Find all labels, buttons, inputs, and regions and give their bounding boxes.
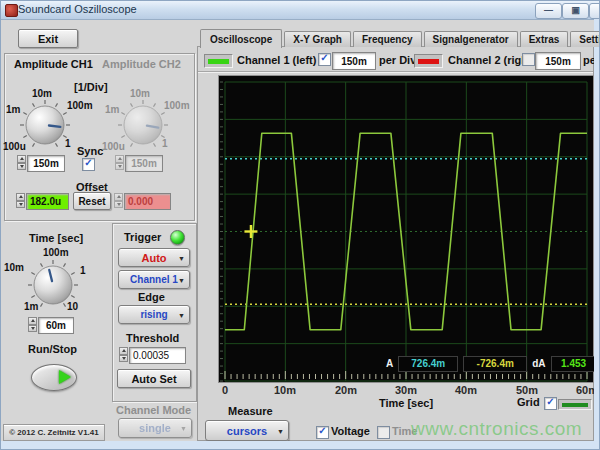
cursor-a-label: A (386, 358, 393, 369)
channel-mode-dropdown[interactable]: single ▼ (118, 418, 192, 438)
channel-mode-label: Channel Mode (116, 404, 191, 416)
time-spinner[interactable] (28, 317, 37, 332)
amplitude-ch2-knob[interactable] (115, 97, 171, 153)
watermark: www.cntronics.com (411, 418, 582, 440)
spinner-down-icon[interactable] (28, 325, 37, 333)
chevron-down-icon: ▼ (178, 254, 185, 261)
app-window: Soundcard Oszilloscope — ▣ ✕ Exit Amplit… (0, 0, 600, 450)
tab-signalgenerator[interactable]: Signalgenerator (424, 31, 518, 47)
trigger-title: Trigger (124, 231, 161, 243)
measure-mode-value: cursors (227, 425, 267, 437)
window-title: Soundcard Oszilloscope (18, 3, 137, 15)
check-icon: ✓ (318, 425, 326, 436)
exit-button[interactable]: Exit (18, 29, 78, 48)
ch2-offset-value[interactable]: 0.000 (124, 193, 171, 210)
tab-xy-graph[interactable]: X-Y Graph (284, 31, 351, 47)
x-tick-20m: 20m (335, 384, 357, 396)
x-tick-30m: 30m (395, 384, 417, 396)
spinner-down-icon[interactable] (16, 201, 25, 209)
measure-mode-dropdown[interactable]: cursors ▼ (205, 420, 289, 441)
check-icon: ✓ (546, 396, 554, 407)
trigger-mode-dropdown[interactable]: Auto ▼ (118, 248, 190, 267)
channel2-scale-value[interactable]: 150m (535, 52, 581, 70)
tab-oscilloscope[interactable]: Oscilloscope (200, 29, 282, 48)
spinner-down-icon[interactable] (115, 163, 124, 171)
voltage-checkbox[interactable]: ✓ (316, 426, 329, 439)
amplitude-ch2-title: Amplitude CH2 (102, 58, 181, 70)
spinner-down-icon[interactable] (114, 201, 123, 209)
trigger-source-dropdown[interactable]: Channel 1 ▼ (118, 270, 190, 289)
tab-frequency[interactable]: Frequency (353, 31, 422, 47)
channel1-checkbox[interactable]: ✓ (318, 53, 331, 66)
per-div-label-1: per Div (379, 54, 416, 66)
spinner-up-icon[interactable] (115, 155, 124, 163)
time-title: Time [sec] (29, 232, 83, 244)
tab-settings[interactable]: Settings (570, 31, 600, 47)
ch2-amplitude-value[interactable]: 150m (125, 155, 163, 172)
grid-color-swatch (558, 399, 592, 410)
play-icon (59, 370, 71, 384)
chevron-down-icon: ▼ (180, 425, 187, 432)
auto-set-button[interactable]: Auto Set (117, 369, 191, 388)
ch1-offset-value[interactable]: 182.0u (26, 193, 69, 210)
ch1-amplitude-value[interactable]: 150m (27, 155, 65, 172)
amplitude-ch1-title: Amplitude CH1 (14, 58, 93, 70)
tabstrip: Oscilloscope X-Y Graph Frequency Signalg… (200, 27, 600, 47)
voltage-label: Voltage (331, 425, 370, 437)
threshold-spinner[interactable] (119, 347, 128, 362)
time-measure-checkbox[interactable] (377, 426, 390, 439)
delta-value: 1.453 (551, 356, 597, 372)
offset-reset-button[interactable]: Reset (73, 192, 111, 210)
trigger-edge-dropdown[interactable]: rising ▼ (118, 305, 190, 324)
cursor-a-value: 726.4m (398, 356, 458, 372)
scope-plot (219, 76, 593, 382)
grid-label: Grid (517, 396, 540, 408)
ch2-offset-spinner[interactable] (114, 193, 123, 208)
time-dial-10m: 10m (4, 262, 24, 273)
spinner-up-icon[interactable] (17, 155, 26, 163)
minimize-button[interactable]: — (535, 3, 562, 19)
threshold-label: Threshold (126, 332, 179, 344)
tab-extras[interactable]: Extras (520, 31, 569, 47)
threshold-value[interactable]: 0.00035 (129, 347, 186, 364)
measure-label: Measure (228, 405, 273, 417)
x-tick-40m: 40m (455, 384, 477, 396)
delta-label: dA (532, 358, 545, 369)
check-icon: ✓ (320, 52, 328, 63)
spinner-up-icon[interactable] (28, 317, 37, 325)
trigger-edge-value: rising (140, 309, 167, 320)
close-button[interactable]: ✕ (589, 3, 600, 19)
run-stop-button[interactable] (31, 364, 77, 391)
grid-checkbox[interactable]: ✓ (544, 397, 557, 410)
spinner-down-icon[interactable] (119, 355, 128, 363)
scope-display[interactable]: A 726.4m -726.4m dA 1.453 (219, 76, 593, 382)
x-tick-10m: 10m (274, 384, 296, 396)
trigger-mode-value: Auto (141, 252, 166, 264)
sync-checkbox[interactable]: ✓ (82, 158, 95, 171)
channel1-scale-value[interactable]: 150m (332, 52, 376, 70)
spinner-down-icon[interactable] (17, 163, 26, 171)
chevron-down-icon: ▼ (178, 276, 185, 283)
cursor-b-value: -726.4m (463, 356, 527, 372)
channel1-label: Channel 1 (left) (237, 54, 316, 66)
legend-separator (198, 71, 593, 72)
channel-mode-value: single (139, 422, 171, 434)
spinner-up-icon[interactable] (119, 347, 128, 355)
amplitude-ch1-knob[interactable] (17, 97, 73, 153)
channel2-checkbox[interactable] (522, 53, 535, 66)
run-stop-label: Run/Stop (28, 343, 77, 355)
x-axis-title: Time [sec] (379, 397, 433, 409)
per-div-unit-label: [1/Div] (74, 81, 108, 93)
maximize-button[interactable]: ▣ (562, 3, 589, 19)
spinner-up-icon[interactable] (114, 193, 123, 201)
ch1-amplitude-spinner[interactable] (17, 155, 26, 170)
spinner-up-icon[interactable] (16, 193, 25, 201)
trigger-led (170, 230, 185, 245)
ch2-amplitude-spinner[interactable] (115, 155, 124, 170)
ch1-offset-spinner[interactable] (16, 193, 25, 208)
window-bottom-border (1, 441, 600, 450)
app-icon (5, 4, 18, 17)
chevron-down-icon: ▼ (277, 427, 284, 434)
time-value[interactable]: 60m (38, 317, 74, 334)
time-knob[interactable] (25, 257, 81, 313)
